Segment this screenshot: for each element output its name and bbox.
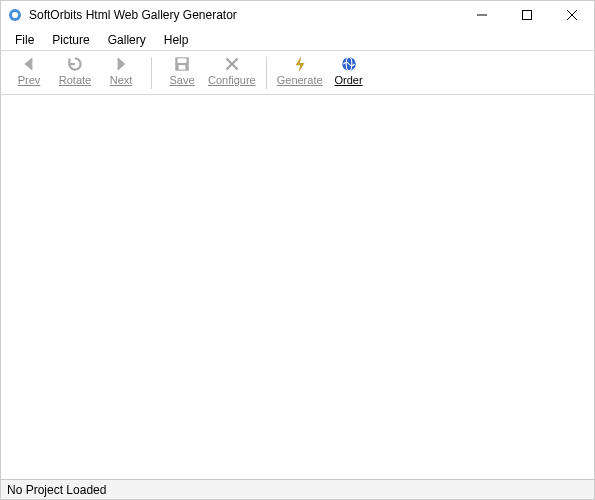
prev-button[interactable]: Prev: [9, 55, 49, 86]
menu-picture[interactable]: Picture: [44, 31, 97, 49]
save-label: Save: [169, 74, 194, 86]
order-button[interactable]: Order: [329, 55, 369, 86]
rotate-button[interactable]: Rotate: [55, 55, 95, 86]
generate-button[interactable]: Generate: [277, 55, 323, 86]
generate-label: Generate: [277, 74, 323, 86]
svg-rect-8: [179, 65, 186, 70]
next-icon: [112, 55, 130, 73]
svg-rect-3: [522, 11, 531, 20]
toolbar-separator: [151, 57, 152, 89]
menu-file[interactable]: File: [7, 31, 42, 49]
prev-label: Prev: [18, 74, 41, 86]
titlebar: SoftOrbits Html Web Gallery Generator: [1, 1, 594, 29]
rotate-icon: [66, 55, 84, 73]
order-label: Order: [335, 74, 363, 86]
toolbar: Prev Rotate Next Save Configure Generate: [1, 51, 594, 95]
configure-label: Configure: [208, 74, 256, 86]
close-button[interactable]: [549, 1, 594, 29]
menubar: File Picture Gallery Help: [1, 29, 594, 51]
configure-button[interactable]: Configure: [208, 55, 256, 86]
statusbar: No Project Loaded: [1, 479, 594, 499]
maximize-button[interactable]: [504, 1, 549, 29]
toolbar-separator: [266, 57, 267, 89]
generate-icon: [291, 55, 309, 73]
rotate-label: Rotate: [59, 74, 91, 86]
minimize-button[interactable]: [459, 1, 504, 29]
svg-rect-7: [178, 58, 187, 63]
save-icon: [173, 55, 191, 73]
save-button[interactable]: Save: [162, 55, 202, 86]
prev-icon: [20, 55, 38, 73]
window-title: SoftOrbits Html Web Gallery Generator: [29, 8, 459, 22]
menu-gallery[interactable]: Gallery: [100, 31, 154, 49]
configure-icon: [223, 55, 241, 73]
app-icon: [7, 7, 23, 23]
window-controls: [459, 1, 594, 29]
content-area: [1, 95, 594, 479]
status-text: No Project Loaded: [7, 483, 106, 497]
next-button[interactable]: Next: [101, 55, 141, 86]
next-label: Next: [110, 74, 133, 86]
svg-point-1: [12, 12, 18, 18]
order-icon: [340, 55, 358, 73]
menu-help[interactable]: Help: [156, 31, 197, 49]
